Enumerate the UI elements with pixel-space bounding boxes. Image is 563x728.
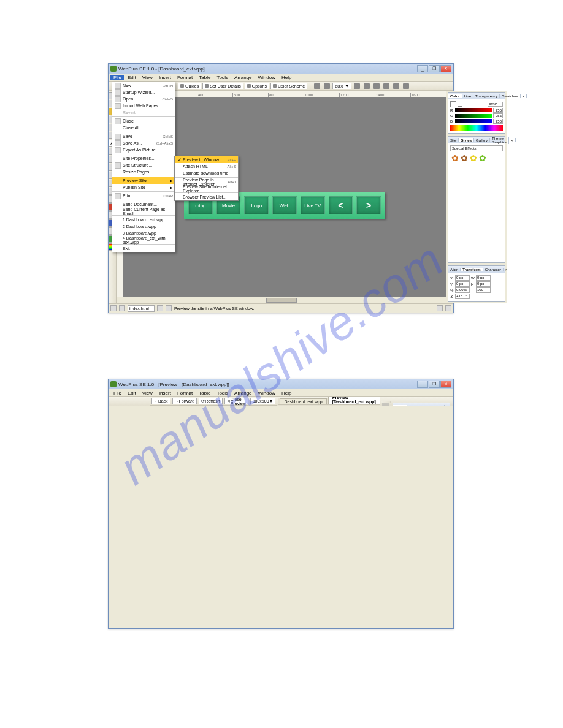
- toolbar-btn[interactable]: [362, 82, 371, 90]
- submenu-item[interactable]: Preview Site in Internet Explorer: [175, 185, 238, 192]
- fill-swatch[interactable]: [450, 101, 456, 107]
- menu-edit[interactable]: Edit: [124, 75, 139, 80]
- options-button[interactable]: Options: [245, 83, 269, 89]
- toolbar-btn[interactable]: [402, 82, 410, 90]
- guides-dropdown[interactable]: Guides: [178, 83, 201, 89]
- stroke-swatch[interactable]: [458, 102, 462, 107]
- menu-item[interactable]: Publish Site▶: [112, 184, 175, 191]
- minimize-button[interactable]: _: [417, 381, 428, 388]
- panel-close-icon[interactable]: ×: [521, 94, 527, 98]
- style-star-icon[interactable]: ✿: [451, 154, 459, 162]
- nav-prev-icon[interactable]: <: [329, 196, 353, 214]
- style-star-icon[interactable]: ✿: [470, 154, 477, 162]
- zoom-out-icon[interactable]: [313, 82, 321, 90]
- slider-g[interactable]: [455, 114, 492, 118]
- menu-item[interactable]: 2 Dashboard.wpp: [112, 223, 175, 230]
- tab-color[interactable]: Color: [393, 405, 407, 407]
- toolbar-btn[interactable]: [392, 82, 400, 90]
- back-button[interactable]: ← Back: [151, 398, 170, 404]
- close-button[interactable]: ✕: [440, 65, 451, 72]
- panel-close-icon[interactable]: ×: [509, 138, 516, 142]
- menu-item[interactable]: Startup Wizard...: [112, 89, 175, 96]
- tab-theme[interactable]: Theme Graphics: [490, 137, 509, 144]
- zoom-value[interactable]: 68% ▼: [332, 83, 351, 89]
- transform-r[interactable]: 0.00%: [455, 287, 470, 293]
- menu-arrange[interactable]: Arrange: [231, 75, 255, 80]
- value-b[interactable]: 255: [493, 119, 503, 124]
- menu-view[interactable]: View: [139, 390, 156, 396]
- tab-color[interactable]: Color: [448, 94, 462, 98]
- close-preview-button[interactable]: ✕ Close Preview: [224, 398, 248, 404]
- tab-swatches[interactable]: Swatches: [500, 94, 520, 98]
- style-star-icon[interactable]: ✿: [479, 154, 486, 162]
- menu-item[interactable]: Open...Ctrl+O: [112, 96, 175, 102]
- maximize-button[interactable]: ❐: [429, 381, 440, 388]
- menu-table[interactable]: Table: [196, 390, 213, 396]
- tab-character[interactable]: Character: [483, 268, 504, 271]
- menu-item[interactable]: Site Structure...: [112, 162, 175, 169]
- menu-file[interactable]: File: [110, 75, 124, 80]
- toolbar-btn[interactable]: [372, 82, 381, 90]
- menu-tools[interactable]: Tools: [213, 75, 231, 80]
- panel-close-icon[interactable]: ×: [504, 268, 510, 271]
- menu-table[interactable]: Table: [196, 75, 213, 80]
- menu-item[interactable]: Exit: [112, 245, 175, 252]
- style-star-icon[interactable]: ✿: [461, 154, 468, 162]
- close-button[interactable]: ✕: [440, 381, 451, 388]
- menu-edit[interactable]: Edit: [124, 390, 139, 396]
- scrollbar-horizontal[interactable]: [117, 297, 446, 303]
- color-mode-combo[interactable]: RGB: [488, 102, 503, 107]
- user-details-button[interactable]: Set User Details: [202, 83, 243, 89]
- menu-insert[interactable]: Insert: [156, 390, 174, 396]
- spectrum-picker[interactable]: [450, 125, 503, 131]
- status-icon[interactable]: [437, 305, 443, 311]
- menu-tools[interactable]: Tools: [213, 390, 231, 396]
- menu-file[interactable]: File: [110, 390, 124, 396]
- tab-styles[interactable]: Styles: [459, 138, 474, 142]
- submenu-item[interactable]: Estimate download time: [175, 170, 238, 176]
- menu-help[interactable]: Help: [278, 390, 294, 396]
- menu-window[interactable]: Window: [255, 390, 278, 396]
- submenu-item[interactable]: Browser Preview List...: [175, 194, 238, 200]
- transform-y[interactable]: 0 px: [455, 281, 470, 287]
- status-icon[interactable]: [166, 305, 172, 311]
- zoom-in-icon[interactable]: [323, 82, 331, 90]
- menu-insert[interactable]: Insert: [156, 75, 174, 80]
- transform-w[interactable]: 0 px: [476, 275, 491, 281]
- menu-item[interactable]: 4 Dashboard_ext_with text.wpp: [112, 237, 175, 243]
- menu-item[interactable]: NewCtrl+N: [112, 82, 175, 89]
- styles-combo[interactable]: Special Effects: [450, 145, 503, 151]
- tab-gallery[interactable]: Gallery: [474, 138, 490, 142]
- menu-window[interactable]: Window: [255, 75, 278, 80]
- nav-button[interactable]: Web: [272, 196, 297, 214]
- submenu-item[interactable]: ✓Preview in WindowAlt+P: [175, 156, 238, 163]
- status-icon[interactable]: [119, 305, 125, 311]
- menu-item[interactable]: Print...Ctrl+P: [112, 192, 175, 199]
- nav-next-icon[interactable]: >: [356, 196, 381, 214]
- tab-transform[interactable]: Transform: [461, 268, 483, 271]
- transform-r2[interactable]: 100: [476, 287, 491, 293]
- toolbar-btn[interactable]: [382, 82, 391, 90]
- transform-h[interactable]: 0 px: [476, 281, 491, 287]
- menu-item[interactable]: Import Web Pages...: [112, 102, 175, 109]
- menu-item[interactable]: Export As Picture...: [112, 146, 175, 153]
- tab-transparency[interactable]: Transparency: [473, 94, 500, 98]
- tab-align[interactable]: Align: [448, 268, 461, 271]
- slider-r[interactable]: [455, 108, 492, 112]
- transform-x[interactable]: 0 px: [455, 275, 470, 281]
- status-icon[interactable]: [157, 305, 163, 311]
- doc-tab[interactable]: Dashboard_ext.wpp: [280, 398, 326, 404]
- status-icon[interactable]: [110, 305, 117, 311]
- toolbar-btn[interactable]: [353, 82, 361, 90]
- menu-arrange[interactable]: Arrange: [231, 390, 255, 396]
- size-combo[interactable]: 800x600 ▼: [250, 398, 276, 404]
- menu-item[interactable]: Close: [112, 118, 175, 124]
- nav-button[interactable]: Live TV: [301, 196, 325, 214]
- refresh-button[interactable]: ⟳ Refresh: [199, 398, 223, 404]
- status-icon[interactable]: [445, 305, 451, 311]
- doc-tab-active[interactable]: Preview - [Dashboard_ext.wpp]: [328, 397, 380, 404]
- menu-item[interactable]: Close All: [112, 124, 175, 131]
- submenu-item[interactable]: Attach HTMLAlt+S: [175, 163, 238, 170]
- menu-item[interactable]: 1 Dashboard_ext.wpp: [112, 216, 175, 223]
- value-g[interactable]: 255: [493, 113, 503, 118]
